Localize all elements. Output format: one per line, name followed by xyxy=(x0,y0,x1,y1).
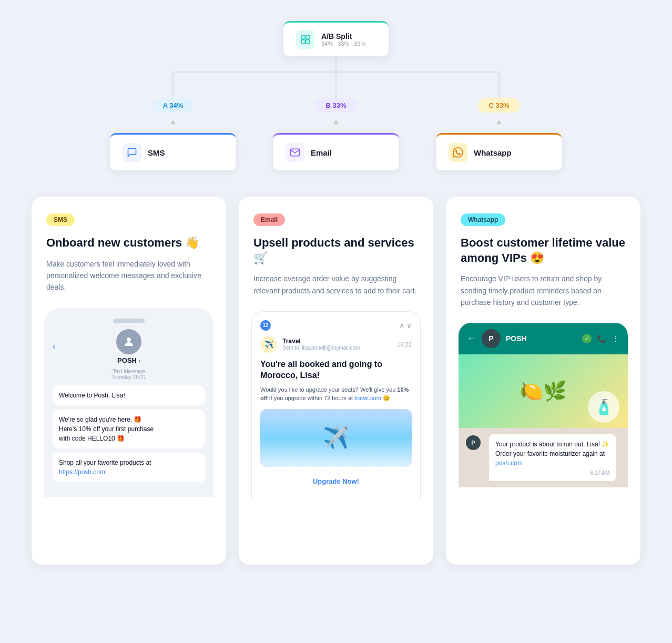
sms-link[interactable]: https://posh.com xyxy=(59,468,105,476)
ab-split-icon xyxy=(296,30,315,49)
email-time: 19:22 xyxy=(397,341,412,348)
sms-phone-header: ‹ POSH › xyxy=(53,329,205,364)
sms-label: SMS xyxy=(148,148,165,157)
email-icon xyxy=(286,143,304,162)
wa-header: ← P POSH ✓ 📞 ⋮ xyxy=(459,323,628,354)
message-meta: Text MessageTuesday 20:21 xyxy=(53,369,205,380)
wa-contact-name: POSH xyxy=(506,334,577,343)
email-from-row: ✈️ Travel Sent to: lisa.bonelli@mymail.c… xyxy=(260,336,412,353)
connector-lines xyxy=(99,56,573,98)
branch-plus-c[interactable]: + xyxy=(496,118,502,129)
whatsapp-badge: Whatsapp xyxy=(461,213,505,226)
email-label: Email xyxy=(311,148,332,157)
travel-icon: ✈️ xyxy=(260,336,277,353)
branch-plus-b[interactable]: + xyxy=(333,118,339,129)
sms-bubble-2: We're so glad you're here. 🎁Here's 10% o… xyxy=(53,410,205,448)
whatsapp-heading: Boost customer lifetime value among VIPs… xyxy=(461,236,626,266)
email-nav-arrows[interactable]: ∧ ∨ xyxy=(399,321,412,330)
wa-message-row: P Your product is about to run out, Lisa… xyxy=(466,434,620,481)
whatsapp-label: Whatsapp xyxy=(474,148,512,157)
svg-point-9 xyxy=(127,338,131,342)
email-sender: Travel xyxy=(282,338,360,345)
ab-split-subtitle: 34% · 33% · 33% xyxy=(321,40,365,47)
whatsapp-icon xyxy=(449,143,467,162)
ab-split-text: A/B Split 34% · 33% · 33% xyxy=(321,32,365,47)
email-sent-to: Sent to: lisa.bonelli@mymail.com xyxy=(282,345,360,351)
svg-rect-1 xyxy=(306,36,310,39)
wa-product-image: 🍋🌿 🧴 xyxy=(459,354,628,428)
wa-avatar: P xyxy=(482,329,501,348)
ab-split-node[interactable]: A/B Split 34% · 33% · 33% xyxy=(283,21,389,56)
sms-icon xyxy=(123,143,141,162)
email-body: Would you like to upgrade your seats? We… xyxy=(260,385,412,403)
phone-notch xyxy=(113,319,145,323)
email-heading: Upsell products and services 🛒 xyxy=(253,236,419,266)
sms-bubble-3: Shop all your favorite products athttps:… xyxy=(53,453,205,482)
diagram-section: A/B Split 34% · 33% · 33% A 34% + xyxy=(0,0,672,186)
wa-menu-icon[interactable]: ⋮ xyxy=(612,334,619,343)
wa-bubble-text: Your product is about to run out, Lisa! … xyxy=(495,440,609,468)
branch-a: A 34% + SMS xyxy=(99,98,247,170)
email-mockup: 12 ∧ ∨ ✈️ Travel Sent to: lisa.bonelli@m… xyxy=(251,311,421,498)
email-badge-count: 12 xyxy=(260,320,271,331)
wa-bubble: Your product is about to run out, Lisa! … xyxy=(489,434,616,481)
branch-label-a: A 34% xyxy=(152,98,194,113)
wa-bubble-avatar: P xyxy=(466,435,481,450)
email-description: Increase average order value by suggesti… xyxy=(253,273,419,297)
contact-avatar xyxy=(116,329,141,354)
wa-call-icon[interactable]: 📞 xyxy=(597,334,606,343)
sms-mockup: ‹ POSH › Text MessageTuesday 20:21 Welco… xyxy=(44,308,213,497)
sms-heading: Onboard new customers 👋 xyxy=(46,236,211,251)
channel-node-whatsapp[interactable]: Whatsapp xyxy=(436,133,562,170)
email-link[interactable]: travel.com xyxy=(354,395,381,401)
email-subject: You're all booked and going to Morocco, … xyxy=(260,359,412,381)
card-sms: SMS Onboard new customers 👋 Make custome… xyxy=(32,197,226,565)
card-whatsapp: Whatsapp Boost customer lifetime value a… xyxy=(446,197,640,565)
svg-rect-3 xyxy=(306,40,310,44)
sms-badge: SMS xyxy=(46,213,75,226)
channel-node-sms[interactable]: SMS xyxy=(110,133,236,170)
ab-split-title: A/B Split xyxy=(321,32,365,40)
wa-back-icon[interactable]: ← xyxy=(467,333,476,344)
wa-action-icons: 📞 ⋮ xyxy=(597,334,619,343)
svg-rect-2 xyxy=(302,40,306,44)
card-email: Email Upsell products and services 🛒 Inc… xyxy=(239,197,433,565)
branch-plus-a[interactable]: + xyxy=(170,118,176,129)
branches-row: A 34% + SMS B 33% + xyxy=(99,98,573,170)
svg-rect-0 xyxy=(302,36,306,39)
wa-verified-icon: ✓ xyxy=(582,334,592,343)
branch-c: C 33% + Whatsapp xyxy=(425,98,573,170)
wa-time: 8:17 AM xyxy=(495,470,609,476)
sms-bubble-1: Welcome to Posh, Lisa! xyxy=(53,385,205,405)
sms-contact-name: POSH › xyxy=(117,356,140,364)
branch-label-c: C 33% xyxy=(478,98,520,113)
email-mockup-header: 12 ∧ ∨ xyxy=(260,320,412,331)
upgrade-button[interactable]: Upgrade Now! xyxy=(260,473,412,489)
wa-link[interactable]: posh.com xyxy=(495,460,523,467)
email-image: ✈️ xyxy=(260,409,412,467)
back-arrow-icon[interactable]: ‹ xyxy=(53,342,55,351)
branch-b: B 33% + Email xyxy=(262,98,410,170)
whatsapp-description: Encourage VIP users to return and shop b… xyxy=(461,273,626,308)
channel-node-email[interactable]: Email xyxy=(273,133,399,170)
branch-label-b: B 33% xyxy=(315,98,357,113)
cards-section: SMS Onboard new customers 👋 Make custome… xyxy=(0,186,672,586)
sms-description: Make customers feel immediately loved wi… xyxy=(46,258,211,293)
wa-message-area: P Your product is about to run out, Lisa… xyxy=(459,428,628,487)
email-badge: Email xyxy=(253,213,285,226)
whatsapp-mockup: ← P POSH ✓ 📞 ⋮ 🍋🌿 🧴 P Yo xyxy=(459,323,628,487)
cream-jar-icon: 🧴 xyxy=(588,391,619,423)
